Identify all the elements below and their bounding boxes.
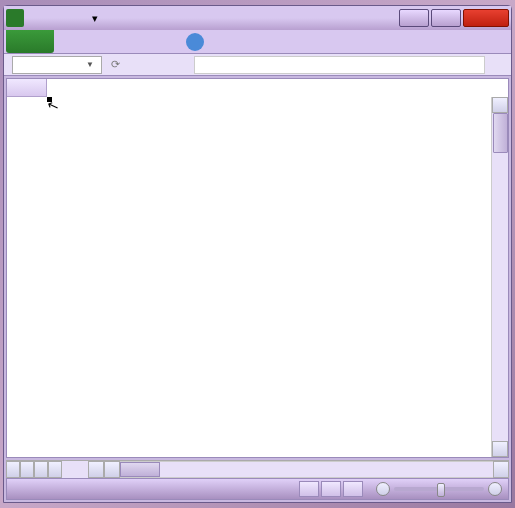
minimize-button[interactable]	[399, 9, 429, 27]
worksheet-grid: ↖	[6, 78, 509, 458]
ribbon-tab-data[interactable]	[120, 30, 136, 53]
qat-dropdown-icon[interactable]: ▾	[86, 9, 104, 27]
view-layout-icon[interactable]	[321, 481, 341, 497]
formula-cancel-icon[interactable]	[128, 57, 146, 73]
excel-icon[interactable]	[6, 9, 24, 27]
scroll-down-icon[interactable]	[492, 441, 508, 457]
ribbon-tab-insert[interactable]	[72, 30, 88, 53]
scroll-right-icon[interactable]	[493, 461, 509, 478]
sheet-nav-last[interactable]	[48, 461, 62, 478]
zoom-out-button[interactable]	[376, 482, 390, 496]
mdi-minimize-button[interactable]	[457, 30, 475, 53]
formula-enter-icon[interactable]	[150, 57, 168, 73]
help-icon[interactable]	[186, 33, 204, 51]
scroll-up-icon[interactable]	[492, 97, 508, 113]
view-pagebreak-icon[interactable]	[343, 481, 363, 497]
sheet-tab-bar	[6, 460, 509, 478]
quick-access-toolbar: ▾	[6, 9, 104, 27]
ribbon-caret-icon[interactable]	[168, 30, 184, 53]
title-bar[interactable]: ▾	[4, 6, 511, 30]
undo-icon[interactable]	[46, 9, 64, 27]
ribbon-tab-view[interactable]	[152, 30, 168, 53]
ribbon-tab-formulas[interactable]	[104, 30, 120, 53]
maximize-button[interactable]	[431, 9, 461, 27]
fx-icon[interactable]	[172, 57, 190, 73]
name-box[interactable]: ▼	[12, 56, 102, 74]
zoom-in-button[interactable]	[488, 482, 502, 496]
name-box-dropdown-icon[interactable]: ▼	[83, 60, 97, 69]
hscroll-split-icon[interactable]	[104, 461, 120, 478]
sheet-nav-first[interactable]	[6, 461, 20, 478]
ribbon-tabs	[4, 30, 511, 54]
new-sheet-icon[interactable]	[62, 461, 82, 478]
horizontal-scrollbar[interactable]	[88, 461, 509, 478]
sheet-nav-next[interactable]	[34, 461, 48, 478]
redo-icon[interactable]	[66, 9, 84, 27]
status-bar	[6, 478, 509, 500]
scroll-left-icon[interactable]	[88, 461, 104, 478]
save-icon[interactable]	[26, 9, 44, 27]
formula-refresh-icon[interactable]: ⟳	[106, 57, 124, 73]
mouse-cursor-icon: ↖	[45, 97, 62, 115]
formula-input[interactable]	[194, 56, 485, 74]
view-normal-icon[interactable]	[299, 481, 319, 497]
ribbon-tab-review[interactable]	[136, 30, 152, 53]
active-cell-outline	[47, 97, 51, 101]
vscroll-thumb[interactable]	[493, 113, 508, 153]
close-button[interactable]	[463, 9, 509, 27]
sheet-nav-prev[interactable]	[20, 461, 34, 478]
excel-window: ▾ ▼ ⟳	[3, 5, 512, 503]
file-tab[interactable]	[6, 30, 54, 53]
mdi-restore-button[interactable]	[475, 30, 493, 53]
hscroll-thumb[interactable]	[120, 462, 160, 477]
ribbon-tab-pagelayout[interactable]	[88, 30, 104, 53]
hscroll-track[interactable]	[120, 461, 493, 478]
mdi-close-button[interactable]	[493, 30, 511, 53]
zoom-slider[interactable]	[394, 487, 484, 491]
vertical-scrollbar[interactable]	[491, 97, 508, 457]
select-all-corner[interactable]	[7, 79, 47, 97]
formula-bar: ▼ ⟳	[4, 54, 511, 76]
ribbon-tab-home[interactable]	[56, 30, 72, 53]
